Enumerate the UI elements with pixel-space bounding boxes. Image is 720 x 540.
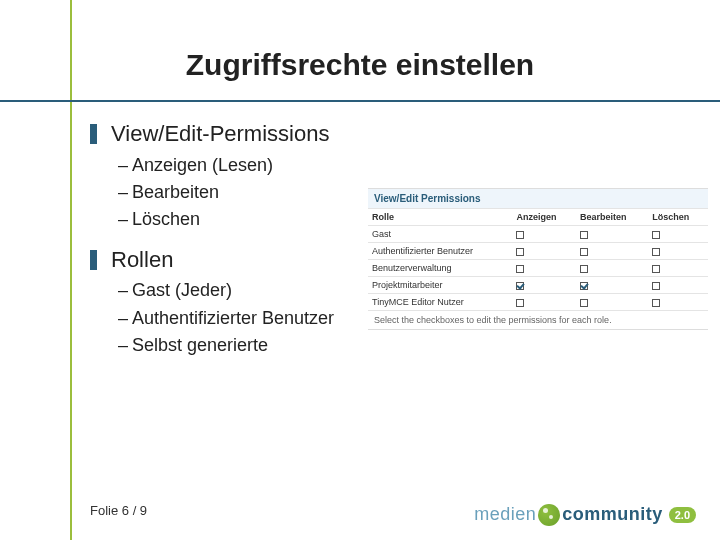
- checkbox-unchecked-icon: [652, 299, 660, 307]
- checkbox-cell: [576, 243, 648, 260]
- col-loeschen: Löschen: [648, 209, 708, 226]
- checkbox-checked-icon: [516, 282, 524, 290]
- table-header-row: Rolle Anzeigen Bearbeiten Löschen: [368, 209, 708, 226]
- permissions-sublist: – Anzeigen (Lesen) – Bearbeiten – Lösche…: [118, 154, 350, 232]
- subitem-anzeigen: – Anzeigen (Lesen): [118, 154, 350, 177]
- checkbox-cell: [512, 243, 576, 260]
- checkbox-cell: [648, 260, 708, 277]
- col-anzeigen: Anzeigen: [512, 209, 576, 226]
- col-rolle: Rolle: [368, 209, 512, 226]
- table-row: TinyMCE Editor Nutzer: [368, 294, 708, 311]
- row-label: Projektmitarbeiter: [368, 277, 512, 294]
- checkbox-unchecked-icon: [516, 248, 524, 256]
- bullet-label: Rollen: [111, 246, 173, 274]
- checkbox-unchecked-icon: [580, 248, 588, 256]
- subitem-bearbeiten: – Bearbeiten: [118, 181, 350, 204]
- subitem-label: Gast (Jeder): [132, 279, 232, 302]
- subitem-label: Selbst generierte: [132, 334, 268, 357]
- screenshot-heading: View/Edit Permissions: [368, 189, 708, 208]
- table-row: Projektmitarbeiter: [368, 277, 708, 294]
- checkbox-unchecked-icon: [652, 265, 660, 273]
- subitem-label: Löschen: [132, 208, 200, 231]
- checkbox-unchecked-icon: [652, 231, 660, 239]
- checkbox-unchecked-icon: [580, 265, 588, 273]
- bullet-marker: [90, 124, 97, 144]
- dash-marker: –: [118, 279, 132, 302]
- dash-marker: –: [118, 154, 132, 177]
- row-label: Authentifizierter Benutzer: [368, 243, 512, 260]
- dash-marker: –: [118, 307, 132, 330]
- table-row: Benutzerverwaltung: [368, 260, 708, 277]
- subitem-selbst-generierte: – Selbst generierte: [118, 334, 350, 357]
- subitem-label: Anzeigen (Lesen): [132, 154, 273, 177]
- table-row: Authentifizierter Benutzer: [368, 243, 708, 260]
- col-bearbeiten: Bearbeiten: [576, 209, 648, 226]
- table-row: Gast: [368, 226, 708, 243]
- row-label: Gast: [368, 226, 512, 243]
- slide-footer: Folie 6 / 9: [90, 503, 147, 518]
- checkbox-unchecked-icon: [652, 282, 660, 290]
- checkbox-cell: [648, 294, 708, 311]
- dash-marker: –: [118, 208, 132, 231]
- checkbox-cell: [648, 243, 708, 260]
- rollen-sublist: – Gast (Jeder) – Authentifizierter Benut…: [118, 279, 350, 357]
- brand-logo: mediencommunity 2.0: [474, 504, 696, 526]
- checkbox-cell: [512, 226, 576, 243]
- checkbox-cell: [512, 260, 576, 277]
- permissions-table-screenshot: View/Edit Permissions Rolle Anzeigen Bea…: [368, 188, 708, 330]
- subitem-loeschen: – Löschen: [118, 208, 350, 231]
- permissions-table: Rolle Anzeigen Bearbeiten Löschen GastAu…: [368, 208, 708, 311]
- logo-word-medien: medien: [474, 504, 536, 524]
- checkbox-unchecked-icon: [580, 231, 588, 239]
- slide-content: View/Edit-Permissions – Anzeigen (Lesen)…: [90, 120, 350, 371]
- bullet-rollen: Rollen: [90, 246, 350, 274]
- checkbox-cell: [576, 294, 648, 311]
- checkbox-cell: [576, 226, 648, 243]
- row-label: Benutzerverwaltung: [368, 260, 512, 277]
- checkbox-unchecked-icon: [516, 299, 524, 307]
- row-label: TinyMCE Editor Nutzer: [368, 294, 512, 311]
- screenshot-note: Select the checkboxes to edit the permis…: [368, 311, 708, 329]
- bullet-view-edit-permissions: View/Edit-Permissions: [90, 120, 350, 148]
- subitem-gast: – Gast (Jeder): [118, 279, 350, 302]
- checkbox-cell: [648, 277, 708, 294]
- checkbox-cell: [512, 277, 576, 294]
- logo-text: mediencommunity: [474, 504, 663, 526]
- subitem-label: Authentifizierter Benutzer: [132, 307, 334, 330]
- checkbox-cell: [512, 294, 576, 311]
- bullet-marker: [90, 250, 97, 270]
- globe-icon: [538, 504, 560, 526]
- horizontal-accent-line: [0, 100, 720, 102]
- logo-word-community: community: [562, 504, 663, 524]
- checkbox-unchecked-icon: [516, 231, 524, 239]
- checkbox-unchecked-icon: [580, 299, 588, 307]
- subitem-label: Bearbeiten: [132, 181, 219, 204]
- checkbox-unchecked-icon: [516, 265, 524, 273]
- slide-title: Zugriffsrechte einstellen: [0, 48, 720, 82]
- subitem-auth-benutzer: – Authentifizierter Benutzer: [118, 307, 350, 330]
- logo-badge: 2.0: [669, 507, 696, 523]
- dash-marker: –: [118, 181, 132, 204]
- checkbox-checked-icon: [580, 282, 588, 290]
- dash-marker: –: [118, 334, 132, 357]
- checkbox-cell: [648, 226, 708, 243]
- bullet-label: View/Edit-Permissions: [111, 120, 329, 148]
- checkbox-cell: [576, 260, 648, 277]
- checkbox-unchecked-icon: [652, 248, 660, 256]
- checkbox-cell: [576, 277, 648, 294]
